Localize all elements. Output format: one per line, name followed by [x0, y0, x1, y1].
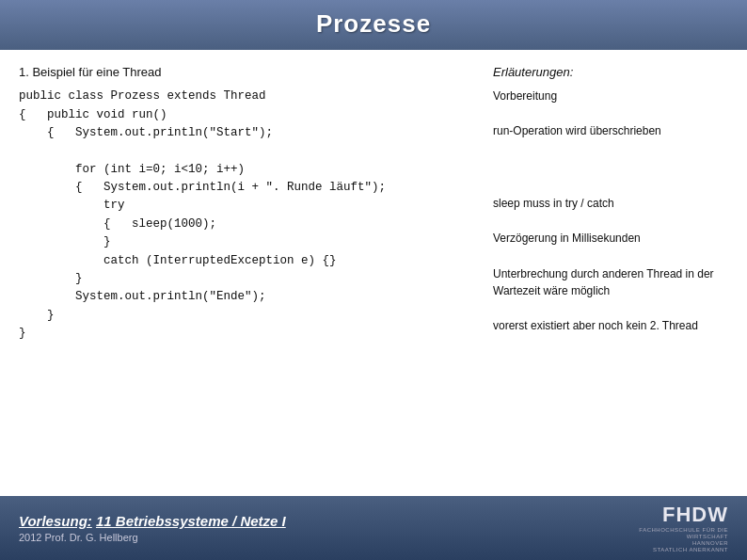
code-line-6: { System.out.println(i + ". Runde läuft"…	[19, 181, 386, 194]
main-content: 1. Beispiel für eine Thread public class…	[0, 50, 747, 502]
annotation-verzoegerung: Verzögerung in Millisekunden	[493, 230, 728, 247]
annotation-unterbrechung: Unterbrechung durch anderen Thread in de…	[493, 265, 728, 299]
footer-text-block: Vorlesung: 11 Betriebssysteme / Netze I …	[19, 513, 286, 543]
code-line-8: { sleep(1000);	[19, 217, 216, 231]
logo-area: FHDW FACHHOCHSCHULE FÜR DIE WIRTSCHAFT H…	[625, 504, 728, 552]
annotation-vorbereitung: Vorbereitung	[493, 88, 728, 104]
annotation-text-verzoegerung: Verzögerung in Millisekunden	[493, 232, 641, 245]
code-line-7: try	[19, 199, 125, 212]
header-title: Prozesse	[316, 9, 431, 38]
fhdw-logo: FHDW FACHHOCHSCHULE FÜR DIE WIRTSCHAFT H…	[625, 503, 728, 554]
annotation-vorerst: vorerst existiert aber noch kein 2. Thre…	[493, 317, 728, 334]
code-line-1: public class Prozess extends Thread	[19, 89, 266, 103]
example-title: 1. Beispiel für eine Thread	[19, 63, 484, 82]
code-line-12: System.out.println("Ende");	[19, 290, 266, 303]
annotation-text-vorerst: vorerst existiert aber noch kein 2. Thre…	[493, 319, 698, 332]
footer-lecture-title: Vorlesung: 11 Betriebssysteme / Netze I	[19, 513, 286, 529]
code-line-11: }	[19, 272, 83, 285]
footer-year-author: 2012 Prof. Dr. G. Hellberg	[19, 532, 286, 543]
code-line-2: { public void run()	[19, 108, 167, 121]
annotation-text-sleep-note: sleep muss in try / catch	[493, 197, 614, 210]
code-line-10: catch (InterruptedException e) {}	[19, 254, 337, 267]
logo-main-text: FHDW	[625, 503, 728, 527]
code-line-9: }	[19, 235, 111, 248]
annotations-title: Erläuterungen:	[493, 63, 728, 82]
annotation-text-unterbrechung: Unterbrechung durch anderen Thread in de…	[493, 267, 714, 297]
footer-lecture-label: Vorlesung:	[19, 513, 92, 529]
footer: Vorlesung: 11 Betriebssysteme / Netze I …	[0, 496, 747, 560]
page-header: Prozesse	[0, 0, 747, 50]
code-block: public class Prozess extends Thread { pu…	[19, 88, 484, 343]
code-line-14: }	[19, 327, 26, 340]
footer-lecture-name: 11 Betriebssysteme / Netze I	[96, 513, 286, 529]
code-line-5: for (int i=0; i<10; i++)	[19, 163, 245, 176]
annotation-text-vorbereitung: Vorbereitung	[493, 89, 557, 103]
annotation-text-run-op: run-Operation wird überschrieben	[493, 124, 661, 137]
annotation-sleep-note: sleep muss in try / catch	[493, 195, 728, 212]
logo-sub-line3: STAATLICH ANERKANNT	[625, 547, 728, 553]
code-section: 1. Beispiel für eine Thread public class…	[19, 63, 484, 492]
logo-sub-line1: FACHHOCHSCHULE FÜR DIE WIRTSCHAFT	[625, 527, 728, 540]
annotations-section: Erläuterungen: Vorbereitung run-Operatio…	[484, 63, 728, 492]
annotation-run-op: run-Operation wird überschrieben	[493, 122, 728, 139]
code-line-13: }	[19, 309, 55, 322]
logo-sub-line2: HANNOVER	[625, 540, 728, 547]
code-line-3: { System.out.println("Start");	[19, 126, 273, 139]
